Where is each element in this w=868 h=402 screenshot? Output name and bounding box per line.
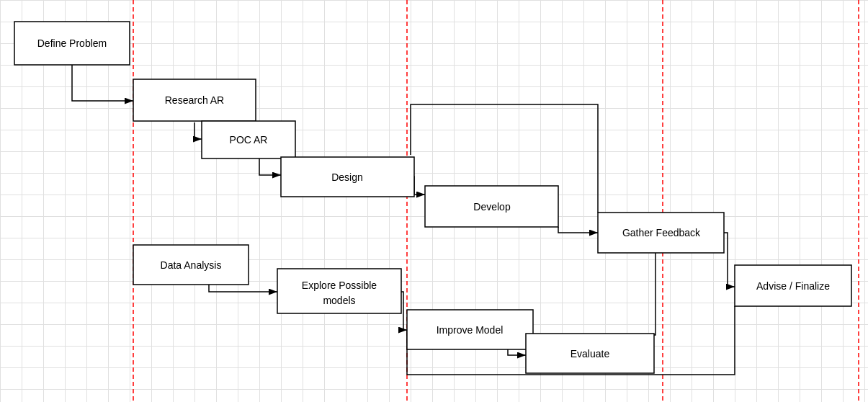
arrow-research-to-poc — [194, 122, 202, 139]
label-data-analysis: Data Analysis — [161, 259, 222, 271]
label-gather-feedback: Gather Feedback — [622, 227, 701, 238]
label-poc-ar: POC AR — [230, 134, 268, 146]
arrow-data-to-explore — [209, 285, 277, 292]
flow-diagram: Define Problem Research AR POC AR Design… — [0, 0, 868, 402]
label-advise-finalize: Advise / Finalize — [756, 280, 830, 292]
node-explore-models — [277, 269, 401, 313]
label-explore-models-line2: models — [323, 295, 355, 306]
label-develop: Develop — [473, 201, 511, 213]
label-evaluate: Evaluate — [571, 348, 610, 359]
label-research-ar: Research AR — [165, 94, 224, 106]
label-define-problem: Define Problem — [37, 37, 107, 49]
arrow-develop-to-gather — [558, 227, 598, 233]
diagram-canvas: Define Problem Research AR POC AR Design… — [0, 0, 868, 402]
label-explore-models-line1: Explore Possible — [302, 280, 377, 291]
label-design: Design — [331, 171, 363, 183]
arrow-gather-to-advise — [724, 233, 735, 287]
arrow-define-to-research — [72, 65, 133, 101]
arrow-poc-to-design — [259, 158, 281, 175]
label-improve-model: Improve Model — [437, 324, 504, 336]
